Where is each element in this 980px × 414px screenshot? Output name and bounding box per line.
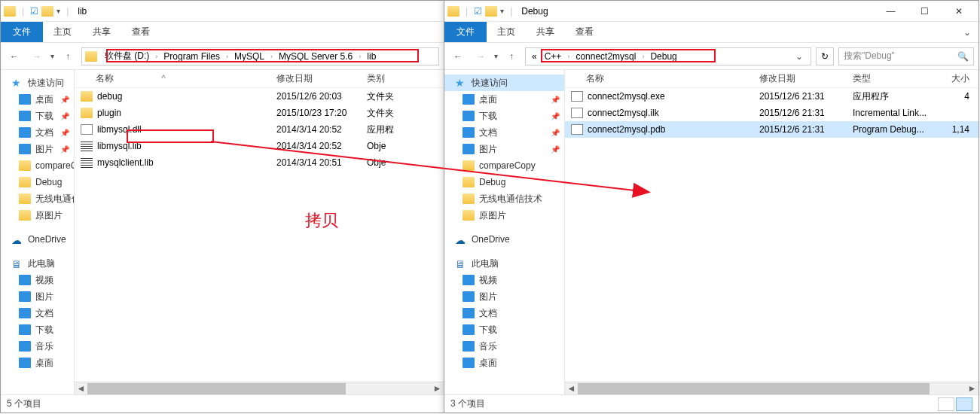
scroll-right-icon[interactable]: ►	[431, 383, 444, 394]
sidebar-folder[interactable]: compareCopy	[444, 157, 564, 174]
breadcrumb-overflow[interactable]: «	[529, 51, 540, 62]
forward-button[interactable]: →	[472, 47, 490, 65]
sidebar-documents[interactable]: 文档	[1, 305, 74, 321]
search-input[interactable]: 搜索"Debug" 🔍	[838, 47, 974, 65]
col-name[interactable]: 名称	[565, 72, 753, 85]
file-row[interactable]: connect2mysql.exe2015/12/6 21:31应用程序4	[565, 88, 978, 105]
sidebar-folder[interactable]: Debug	[444, 174, 564, 190]
view-icons-button[interactable]	[956, 397, 972, 411]
sidebar-downloads[interactable]: 下载📌	[1, 108, 74, 124]
file-row[interactable]: mysqlclient.lib2014/3/14 20:51Obje	[75, 154, 444, 171]
breadcrumb-item[interactable]: connect2mysql	[572, 51, 639, 62]
close-button[interactable]: ✕	[942, 1, 975, 22]
sidebar-music[interactable]: 音乐	[444, 338, 564, 355]
refresh-button[interactable]: ↻	[816, 47, 834, 65]
file-row[interactable]: plugin2015/10/23 17:20文件夹	[75, 105, 444, 121]
ribbon-expand-icon[interactable]: ⌄	[956, 22, 978, 42]
breadcrumb-item[interactable]: MySQL	[231, 51, 267, 62]
sidebar-quick-access[interactable]: ★快速访问	[1, 75, 74, 91]
sidebar-pictures[interactable]: 图片	[1, 288, 74, 305]
address-dropdown-icon[interactable]: ⌄	[791, 51, 808, 62]
sidebar-downloads[interactable]: 下载	[1, 321, 74, 338]
scrollbar-horizontal[interactable]: ◄ ►	[75, 382, 444, 394]
sidebar-pictures[interactable]: 图片📌	[444, 141, 564, 157]
breadcrumb-item[interactable]: 软件盘 (D:)	[102, 50, 152, 62]
sidebar-music[interactable]: 音乐	[1, 338, 74, 355]
sidebar-downloads[interactable]: 下载	[444, 321, 564, 338]
scroll-right-icon[interactable]: ►	[966, 383, 978, 394]
sidebar-folder[interactable]: compareCopyC	[1, 157, 74, 174]
address-bar[interactable]: 软件盘 (D:)› Program Files› MySQL› MySQL Se…	[81, 47, 439, 65]
qat-dropdown-icon[interactable]: ▾	[500, 7, 504, 15]
col-date[interactable]: 修改日期	[753, 72, 847, 85]
ribbon-view-tab[interactable]: 查看	[565, 22, 604, 42]
up-button[interactable]: ↑	[502, 47, 521, 65]
sidebar-folder[interactable]: 原图片	[1, 207, 74, 224]
sidebar-videos[interactable]: 视频	[1, 272, 74, 288]
minimize-button[interactable]: —	[874, 1, 908, 22]
ribbon-share-tab[interactable]: 共享	[526, 22, 565, 42]
up-button[interactable]: ↑	[59, 47, 77, 65]
sidebar-folder[interactable]: 无线电通信技术	[1, 190, 74, 207]
col-type[interactable]: 类型	[847, 72, 930, 85]
sidebar-desktop[interactable]: 桌面📌	[444, 91, 564, 108]
sidebar-desktop[interactable]: 桌面	[444, 355, 564, 371]
breadcrumb-item[interactable]: MySQL Server 5.6	[276, 51, 356, 62]
sidebar-videos[interactable]: 视频	[444, 272, 564, 288]
scrollbar-thumb[interactable]	[87, 383, 346, 394]
breadcrumb-item[interactable]: C++	[542, 51, 565, 62]
history-dropdown-icon[interactable]: ▾	[50, 52, 54, 60]
file-row[interactable]: debug2015/12/6 20:03文件夹	[75, 88, 444, 105]
ribbon-share-tab[interactable]: 共享	[82, 22, 121, 42]
qat-dropdown-icon[interactable]: ▾	[56, 7, 60, 15]
address-bar[interactable]: « C++› connect2mysql› Debug ⌄	[525, 47, 811, 65]
sidebar-pictures[interactable]: 图片	[444, 288, 564, 305]
col-name[interactable]: 名称 ^	[75, 72, 270, 85]
sidebar-downloads[interactable]: 下载📌	[444, 108, 564, 124]
sidebar-pictures[interactable]: 图片📌	[1, 141, 74, 157]
file-row[interactable]: libmysql.dll2014/3/14 20:52应用程	[75, 121, 444, 138]
sidebar-documents[interactable]: 文档📌	[444, 124, 564, 141]
qat-properties-icon[interactable]: ☑	[474, 6, 482, 17]
scroll-left-icon[interactable]: ◄	[75, 383, 87, 394]
sidebar-thispc[interactable]: 🖥此电脑	[1, 255, 74, 272]
history-dropdown-icon[interactable]: ▾	[494, 52, 498, 60]
sidebar-onedrive[interactable]: ☁OneDrive	[444, 231, 564, 248]
maximize-button[interactable]: ☐	[908, 1, 942, 22]
qat-newfolder-icon[interactable]	[485, 6, 497, 17]
sidebar-quick-access[interactable]: ★快速访问	[444, 75, 564, 91]
sidebar-folder[interactable]: 无线电通信技术	[444, 190, 564, 207]
col-date[interactable]: 修改日期	[270, 72, 361, 85]
ribbon-file-tab[interactable]: 文件	[1, 22, 43, 42]
qat-properties-icon[interactable]: ☑	[30, 6, 38, 17]
breadcrumb-item[interactable]: Debug	[647, 51, 679, 62]
breadcrumb-item[interactable]: lib	[364, 51, 379, 62]
sidebar-folder[interactable]: Debug	[1, 174, 74, 190]
ribbon-home-tab[interactable]: 主页	[487, 22, 526, 42]
sidebar-desktop[interactable]: 桌面📌	[1, 91, 74, 108]
file-row[interactable]: libmysql.lib2014/3/14 20:52Obje	[75, 138, 444, 154]
scrollbar-thumb[interactable]	[578, 383, 930, 394]
sidebar-documents[interactable]: 文档	[444, 305, 564, 321]
back-button[interactable]: ←	[5, 47, 23, 65]
col-type[interactable]: 类别	[361, 72, 444, 85]
sidebar-desktop[interactable]: 桌面	[1, 355, 74, 371]
ribbon-home-tab[interactable]: 主页	[43, 22, 82, 42]
file-row[interactable]: connect2mysql.pdb2015/12/6 21:31Program …	[565, 121, 978, 138]
ribbon-view-tab[interactable]: 查看	[121, 22, 160, 42]
qat-newfolder-icon[interactable]	[41, 6, 53, 17]
sidebar-folder[interactable]: 原图片	[444, 207, 564, 224]
col-size[interactable]: 大小	[930, 72, 978, 85]
scrollbar-horizontal[interactable]: ◄ ►	[565, 382, 978, 394]
forward-button[interactable]: →	[28, 47, 46, 65]
ribbon-file-tab[interactable]: 文件	[444, 22, 487, 42]
sidebar-onedrive[interactable]: ☁OneDrive	[1, 231, 74, 248]
breadcrumb-item[interactable]: Program Files	[160, 51, 223, 62]
file-row[interactable]: connect2mysql.ilk2015/12/6 21:31Incremen…	[565, 105, 978, 121]
sidebar-documents[interactable]: 文档📌	[1, 124, 74, 141]
back-button[interactable]: ←	[449, 47, 467, 65]
search-icon[interactable]: 🔍	[957, 51, 969, 62]
sidebar-thispc[interactable]: 🖥此电脑	[444, 255, 564, 272]
scroll-left-icon[interactable]: ◄	[565, 383, 578, 394]
view-details-button[interactable]	[938, 397, 954, 411]
